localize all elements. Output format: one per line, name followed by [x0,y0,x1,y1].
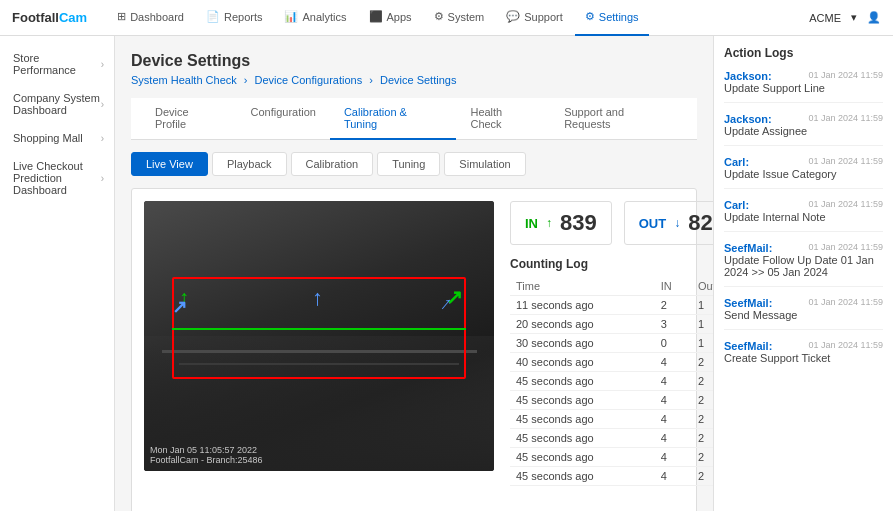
nav-analytics[interactable]: 📊 Analytics [274,0,356,36]
sidebar-item-live-checkout[interactable]: Live Checkout Prediction Dashboard › [0,152,114,204]
user-icon: 👤 [867,11,881,24]
log-action: Send Message [724,309,883,321]
account-label: ACME [809,12,841,24]
action-log-entries: 01 Jan 2024 11:59 Jackson: Update Suppor… [724,70,883,372]
log-date: 01 Jan 2024 11:59 [808,113,883,123]
counting-log-table: Time IN Out 11 seconds ago2120 seconds a… [510,277,713,486]
out-value: 821 [688,210,713,236]
file-icon: 📄 [206,10,220,23]
chevron-right-icon: › [101,59,104,70]
tab-tuning[interactable]: Tuning [377,152,440,176]
col-in: IN [655,277,692,296]
video-timestamp: Mon Jan 05 11:05:57 2022 FootfallCam - B… [150,445,263,465]
tab-live-view[interactable]: Live View [131,152,208,176]
nav-reports[interactable]: 📄 Reports [196,0,273,36]
log-action: Update Internal Note [724,211,883,223]
tabs-secondary: Live View Playback Calibration Tuning Si… [131,152,697,176]
log-date: 01 Jan 2024 11:59 [808,242,883,252]
action-logs-title: Action Logs [724,46,883,60]
sidebar-item-shopping-mall[interactable]: Shopping Mall › [0,124,114,152]
settings-icon: ⚙ [585,10,595,23]
tab-support-requests[interactable]: Support and Requests [550,98,687,140]
out-label: OUT [639,216,666,231]
tab-calibration-tuning[interactable]: Calibration & Tuning [330,98,457,140]
system-icon: ⚙ [434,10,444,23]
sidebar-item-store-performance[interactable]: Store Performance › [0,44,114,84]
tab-simulation[interactable]: Simulation [444,152,525,176]
log-action: Update Issue Category [724,168,883,180]
sidebar: Store Performance › Company System Dashb… [0,36,115,511]
log-entry: 01 Jan 2024 11:59 SeefMail: Create Suppo… [724,340,883,372]
log-entry: 01 Jan 2024 11:59 Carl: Update Internal … [724,199,883,232]
log-action: Create Support Ticket [724,352,883,364]
arrow-up-icon: ↑ [546,216,552,230]
logo: FootfallCam [12,10,87,25]
log-date: 01 Jan 2024 11:59 [808,70,883,80]
table-row: 45 seconds ago42 [510,391,713,410]
nav-apps[interactable]: ⬛ Apps [359,0,422,36]
chevron-right-icon: › [101,133,104,144]
video-bg [144,201,494,471]
grid-icon: ⊞ [117,10,126,23]
arrow-right-green: ↗ [446,287,463,307]
table-row: 20 seconds ago31 [510,315,713,334]
breadcrumb-device-configs[interactable]: Device Configurations [255,74,363,86]
support-icon: 💬 [506,10,520,23]
col-out: Out [692,277,713,296]
arrow-center-blue: ↑ [312,287,323,309]
nav-items: ⊞ Dashboard 📄 Reports 📊 Analytics ⬛ Apps… [107,0,809,36]
log-entry: 01 Jan 2024 11:59 Jackson: Update Suppor… [724,70,883,103]
content-area: Device Settings System Health Check › De… [115,36,713,511]
table-row: 11 seconds ago21 [510,296,713,315]
log-entry: 01 Jan 2024 11:59 SeefMail: Update Follo… [724,242,883,287]
tab-health-check[interactable]: Health Check [456,98,550,140]
in-value: 839 [560,210,597,236]
chevron-down-icon: ▾ [851,11,857,24]
apps-icon: ⬛ [369,10,383,23]
tab-playback[interactable]: Playback [212,152,287,176]
tabs-primary: Device Profile Configuration Calibration… [131,98,697,140]
table-row: 45 seconds ago42 [510,429,713,448]
log-entry: 01 Jan 2024 11:59 Carl: Update Issue Cat… [724,156,883,189]
nav-dashboard[interactable]: ⊞ Dashboard [107,0,194,36]
stats-row: IN ↑ 839 OUT ↓ 821 [510,201,713,245]
chart-icon: 📊 [284,10,298,23]
breadcrumb-device-settings: Device Settings [380,74,456,86]
log-date: 01 Jan 2024 11:59 [808,199,883,209]
log-action: Update Support Line [724,82,883,94]
tab-device-profile[interactable]: Device Profile [141,98,236,140]
sidebar-item-company-dashboard[interactable]: Company System Dashboard › [0,84,114,124]
in-label: IN [525,216,538,231]
log-date: 01 Jan 2024 11:59 [808,156,883,166]
col-time: Time [510,277,655,296]
chevron-right-icon: › [101,99,104,110]
page-title: Device Settings [131,52,697,70]
stat-in-box: IN ↑ 839 [510,201,612,245]
video-area: ↑ ↗ ↑ ↑ ↗ Mon Jan 05 11:05:57 2022 Footf… [144,201,494,471]
tab-calibration[interactable]: Calibration [291,152,374,176]
logo-accent: Cam [59,10,87,25]
table-row: 45 seconds ago42 [510,372,713,391]
log-action: Update Follow Up Date 01 Jan 2024 >> 05 … [724,254,883,278]
action-logs-panel: Action Logs 01 Jan 2024 11:59 Jackson: U… [713,36,893,511]
chevron-right-icon: › [101,173,104,184]
table-row: 45 seconds ago42 [510,467,713,486]
right-panel: IN ↑ 839 OUT ↓ 821 Counting Log T [510,201,713,511]
nav-system[interactable]: ⚙ System [424,0,495,36]
log-date: 01 Jan 2024 11:59 [808,297,883,307]
log-action: Update Assignee [724,125,883,137]
nav-support[interactable]: 💬 Support [496,0,573,36]
table-row: 30 seconds ago01 [510,334,713,353]
table-row: 45 seconds ago42 [510,410,713,429]
log-date: 01 Jan 2024 11:59 [808,340,883,350]
table-row: 40 seconds ago42 [510,353,713,372]
arrow-down-icon: ↓ [674,216,680,230]
nav-settings[interactable]: ⚙ Settings [575,0,649,36]
table-row: 45 seconds ago42 [510,448,713,467]
tab-configuration[interactable]: Configuration [236,98,329,140]
breadcrumb-system-health[interactable]: System Health Check [131,74,237,86]
arrow-left-blue: ↗ [172,298,187,316]
breadcrumb: System Health Check › Device Configurati… [131,74,697,86]
main-layout: Store Performance › Company System Dashb… [0,36,893,511]
content-body: ↑ ↗ ↑ ↑ ↗ Mon Jan 05 11:05:57 2022 Footf… [131,188,697,511]
